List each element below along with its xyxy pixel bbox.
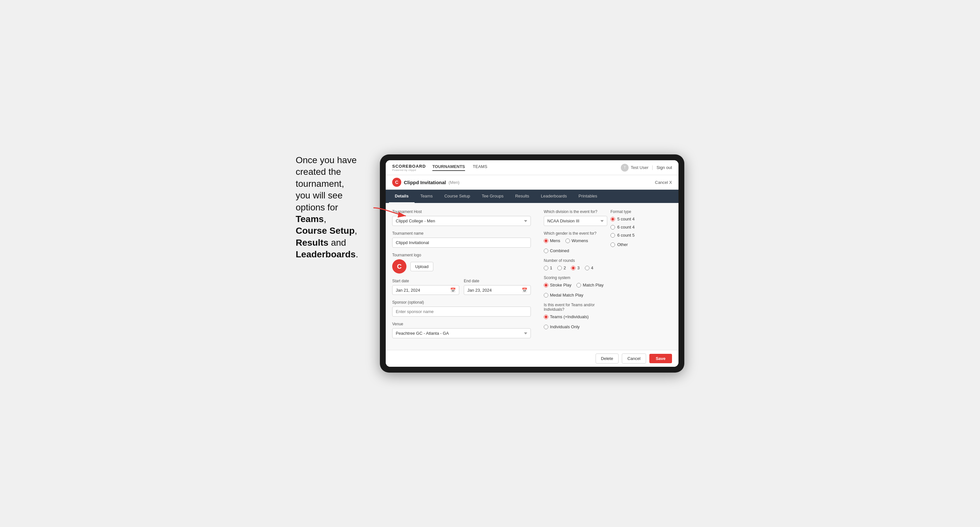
teams-plus-label: Teams (+Individuals) xyxy=(550,314,589,319)
start-date-label: Start date xyxy=(392,279,459,283)
logo-area: SCOREBOARD Powered by clippd xyxy=(392,163,426,171)
teams-plus-radio[interactable] xyxy=(544,315,548,319)
individuals-only-label: Individuals Only xyxy=(550,324,580,329)
top-navigation-bar: SCOREBOARD Powered by clippd TOURNAMENTS… xyxy=(386,160,678,175)
scoring-match[interactable]: Match Play xyxy=(576,283,603,287)
format-5count4-label: 5 count 4 xyxy=(617,217,635,221)
end-date-calendar-icon[interactable]: 📅 xyxy=(522,287,527,293)
division-label: Which division is the event for? xyxy=(544,210,607,214)
rounds-1-label: 1 xyxy=(550,265,552,270)
scoring-medal-radio[interactable] xyxy=(544,293,548,297)
scoring-match-radio[interactable] xyxy=(576,283,581,287)
tab-printables[interactable]: Printables xyxy=(573,190,603,203)
venue-field: Venue Peachtree GC - Atlanta - GA xyxy=(392,322,531,338)
gender-mens-radio[interactable] xyxy=(544,238,548,243)
rounds-radio-group: 1 2 3 4 xyxy=(544,265,607,270)
tournament-logo-small: C xyxy=(392,178,401,187)
gender-label: Which gender is the event for? xyxy=(544,231,607,236)
tournament-name-input[interactable] xyxy=(392,238,531,248)
gender-womens-radio[interactable] xyxy=(565,238,570,243)
gender-womens[interactable]: Womens xyxy=(565,238,588,243)
scoring-stroke-radio[interactable] xyxy=(544,283,548,287)
division-select[interactable]: NCAA Division III xyxy=(544,216,607,226)
tab-tee-groups[interactable]: Tee Groups xyxy=(476,190,509,203)
tab-leaderboards[interactable]: Leaderboards xyxy=(535,190,573,203)
content-area: Tournament Host Clippd College - Men Tou… xyxy=(386,203,678,350)
tournament-host-select[interactable]: Clippd College - Men xyxy=(392,216,531,226)
right-column: Which division is the event for? NCAA Di… xyxy=(537,210,607,343)
individuals-only[interactable]: Individuals Only xyxy=(544,324,580,329)
user-avatar: T xyxy=(621,164,628,171)
format-6count4[interactable]: 6 count 4 xyxy=(611,225,672,230)
rounds-4[interactable]: 4 xyxy=(585,265,593,270)
logo-upload-row: C Upload xyxy=(392,259,531,273)
tab-results[interactable]: Results xyxy=(509,190,535,203)
tournament-name: Clippd Invitational xyxy=(404,179,446,185)
scoring-field: Scoring system Stroke Play Match Play xyxy=(544,275,607,297)
tab-teams[interactable]: Teams xyxy=(415,190,439,203)
tournament-tag: (Men) xyxy=(449,180,460,185)
format-6count5[interactable]: 6 count 5 xyxy=(611,233,672,238)
venue-select[interactable]: Peachtree GC - Atlanta - GA xyxy=(392,328,531,338)
format-type-column: Format type 5 count 4 6 count 4 6 cou xyxy=(607,210,672,343)
start-date-input[interactable] xyxy=(396,288,450,293)
scoring-stroke-label: Stroke Play xyxy=(550,283,571,287)
gender-combined[interactable]: Combined xyxy=(544,248,569,253)
end-date-input[interactable] xyxy=(467,288,522,293)
rounds-2[interactable]: 2 xyxy=(557,265,566,270)
cancel-button-top[interactable]: Cancel X xyxy=(655,180,672,185)
sponsor-input[interactable] xyxy=(392,306,531,317)
tournament-logo-label: Tournament logo xyxy=(392,253,531,257)
rounds-1[interactable]: 1 xyxy=(544,265,552,270)
scoring-radio-group: Stroke Play Match Play Medal Match Play xyxy=(544,283,607,297)
tab-details[interactable]: Details xyxy=(389,190,415,203)
sign-out-link[interactable]: Sign out xyxy=(657,165,672,170)
user-area: T Test User Sign out xyxy=(621,164,672,171)
format-other-radio[interactable] xyxy=(611,243,615,247)
start-date-calendar-icon[interactable]: 📅 xyxy=(450,287,456,293)
save-button[interactable]: Save xyxy=(649,354,672,363)
format-other-label: Other xyxy=(617,242,628,247)
upload-button[interactable]: Upload xyxy=(410,262,433,271)
tablet-device: SCOREBOARD Powered by clippd TOURNAMENTS… xyxy=(380,154,684,373)
rounds-2-radio[interactable] xyxy=(557,266,562,270)
nav-tournaments[interactable]: TOURNAMENTS xyxy=(432,164,465,171)
teams-field: Is this event for Teams and/or Individua… xyxy=(544,303,607,329)
rounds-field: Number of rounds 1 2 xyxy=(544,258,607,270)
tabs-bar: Details Teams Course Setup Tee Groups Re… xyxy=(386,190,678,203)
scoring-stroke[interactable]: Stroke Play xyxy=(544,283,571,287)
rounds-1-radio[interactable] xyxy=(544,266,548,270)
cancel-button[interactable]: Cancel xyxy=(622,354,646,364)
scoring-medal-label: Medal Match Play xyxy=(550,293,583,297)
division-field: Which division is the event for? NCAA Di… xyxy=(544,210,607,226)
scoring-medal[interactable]: Medal Match Play xyxy=(544,293,583,297)
annotation-bold-results: Results xyxy=(296,238,328,248)
gender-combined-radio[interactable] xyxy=(544,249,548,253)
nav-teams[interactable]: TEAMS xyxy=(473,164,487,171)
rounds-3[interactable]: 3 xyxy=(571,265,579,270)
tournament-logo-field: Tournament logo C Upload xyxy=(392,253,531,273)
format-5count4-radio[interactable] xyxy=(611,217,615,221)
rounds-4-label: 4 xyxy=(591,265,593,270)
format-6count4-radio[interactable] xyxy=(611,225,615,230)
left-column: Tournament Host Clippd College - Men Tou… xyxy=(392,210,537,343)
delete-button[interactable]: Delete xyxy=(596,354,619,364)
gender-mens[interactable]: Mens xyxy=(544,238,560,243)
individuals-only-radio[interactable] xyxy=(544,325,548,329)
format-5count4[interactable]: 5 count 4 xyxy=(611,217,672,221)
tab-course-setup[interactable]: Course Setup xyxy=(439,190,476,203)
logo-text: SCOREBOARD xyxy=(392,164,426,169)
rounds-3-radio[interactable] xyxy=(571,266,576,270)
tournament-name-label: Tournament name xyxy=(392,231,531,236)
format-6count5-label: 6 count 5 xyxy=(617,233,635,238)
format-6count5-radio[interactable] xyxy=(611,233,615,238)
teams-plus-individuals[interactable]: Teams (+Individuals) xyxy=(544,314,589,319)
rounds-4-radio[interactable] xyxy=(585,266,589,270)
nav-row: SCOREBOARD Powered by clippd TOURNAMENTS… xyxy=(392,163,487,171)
rounds-2-label: 2 xyxy=(563,265,566,270)
format-other[interactable]: Other xyxy=(611,242,672,247)
bottom-action-bar: Delete Cancel Save xyxy=(386,350,678,367)
sponsor-field: Sponsor (optional) xyxy=(392,300,531,317)
end-date-wrap: 📅 xyxy=(464,285,531,295)
scoring-match-label: Match Play xyxy=(582,283,603,287)
